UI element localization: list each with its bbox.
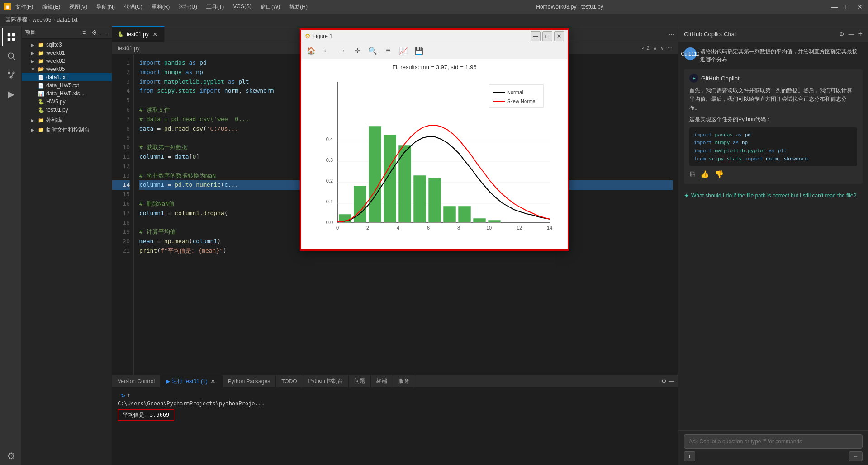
editor-options-icon[interactable]: ⋯ [668,45,673,51]
title-bar-left: ▣ 文件(F) 编辑(E) 视图(V) 导航(N) 代码(C) 重构(R) 运行… [4,2,309,12]
tree-arrow-ext: ▶ [31,118,36,123]
tree-item-hw5-py[interactable]: 🐍 HW5.py [22,98,112,106]
svg-point-4 [8,53,14,58]
minimize-button[interactable]: — [830,2,839,11]
folder-icon-temp: 📁 [38,127,44,133]
term-settings-icon[interactable]: ⚙ [661,378,667,385]
maximize-button[interactable]: □ [843,2,852,11]
svg-text:8: 8 [457,225,460,230]
thumbs-down-btn[interactable]: 👎 [714,169,725,179]
menu-help[interactable]: 帮助(H) [287,2,309,12]
term-tab-todo[interactable]: TODO [276,375,303,388]
term-tab-run[interactable]: ▶ 运行 test01 (1) ✕ [161,375,223,388]
figure-pan-btn[interactable]: ✛ [351,44,364,57]
menu-vcs[interactable]: VCS(S) [231,2,253,12]
breadcrumb-home[interactable]: 国际课程 [5,16,27,23]
term-up-icon[interactable]: ↑ [127,391,130,399]
term-tab-problems-label: 问题 [354,377,365,385]
sidebar-toolbar: 项目 ≡ ⚙ — [22,26,112,39]
bar-6 [428,178,441,222]
tree-label-week02: week02 [46,58,65,64]
figure-close-btn[interactable]: ✕ [554,31,564,41]
term-tab-close[interactable]: ✕ [209,378,217,385]
tree-item-week01[interactable]: ▶ 📁 week01 [22,49,112,57]
copilot-input-actions: + → [684,451,863,461]
term-tab-python-pkg[interactable]: Python Packages [223,375,276,388]
explorer-icon[interactable] [2,28,20,46]
settings-sidebar-icon[interactable]: ⚙ [90,28,98,37]
question-link-text: What should I do if the file path is cor… [691,193,856,199]
term-tab-services[interactable]: 服务 [393,375,415,388]
tree-item-data-hw5-txt[interactable]: 📄 data_HW5.txt [22,81,112,89]
tree-item-data1[interactable]: 📄 data1.txt [22,73,112,81]
figure-maximize-btn[interactable]: □ [542,31,552,41]
collapse-all-icon[interactable]: ≡ [80,28,88,37]
copilot-question-link[interactable]: ✦ What should I do if the file path is c… [684,192,863,199]
menu-window[interactable]: 窗口(W) [259,2,282,12]
tree-item-test01-py[interactable]: 🐍 test01.py [22,106,112,114]
figure-forward-btn[interactable]: → [336,44,348,57]
menu-edit[interactable]: 编辑(E) [40,2,62,12]
tree-item-data-hw5-xls[interactable]: 📊 data_HW5.xls... [22,89,112,98]
tab-test01[interactable]: 🐍 test01.py ✕ [112,26,165,42]
term-tab-version-control[interactable]: Version Control [112,375,161,388]
tab-more-btn[interactable]: ⋯ [665,31,678,38]
tab-close-test01[interactable]: ✕ [152,31,159,38]
settings-icon[interactable]: ⚙ [2,447,20,465]
menu-run[interactable]: 运行(U) [177,2,199,12]
tree-label-hw5-txt: data_HW5.txt [46,82,79,89]
term-tab-python-console[interactable]: Python 控制台 [303,375,349,388]
menu-tools[interactable]: 工具(T) [204,2,226,12]
menu-refactor[interactable]: 重构(R) [150,2,172,12]
menu-file[interactable]: 文件(F) [14,2,35,12]
legend-normal-label: Normal [507,89,523,95]
copilot-send-btn[interactable]: → [849,451,863,461]
term-restart-icon[interactable]: ↻ [121,391,125,399]
close-sidebar-icon[interactable]: — [100,28,108,37]
tree-item-week02[interactable]: ▶ 📁 week02 [22,57,112,65]
copilot-add-btn[interactable]: + [684,451,695,461]
chevron-up-icon[interactable]: ∧ [653,45,657,51]
figure-zoom-btn[interactable]: 🔍 [366,44,379,57]
term-close-icon[interactable]: — [669,378,674,385]
thumbs-up-btn[interactable]: 👍 [699,169,710,179]
figure-save-btn[interactable]: 💾 [413,44,425,57]
menu-code[interactable]: 代码(C) [122,2,144,12]
svg-rect-2 [7,38,10,41]
term-tab-problems[interactable]: 问题 [349,375,371,388]
error-count: ✓ 2 [641,45,650,51]
figure-edit-btn[interactable]: 📈 [397,44,410,57]
activity-bar: ▶ ⚙ [0,26,22,465]
breadcrumb-file[interactable]: data1.txt [57,17,77,23]
figure-titlebar: ⚙ Figure 1 — □ ✕ [301,30,568,42]
svg-text:0.4: 0.4 [326,136,332,142]
figure-back-btn[interactable]: ← [320,44,333,57]
chevron-down-icon[interactable]: ∨ [660,45,664,51]
menu-bar[interactable]: 文件(F) 编辑(E) 视图(V) 导航(N) 代码(C) 重构(R) 运行(U… [14,2,309,12]
breadcrumb-week[interactable]: week05 [33,17,51,23]
figure-window: ⚙ Figure 1 — □ ✕ 🏠 ← → ✛ 🔍 ≡ 📈 💾 [300,28,569,251]
menu-view[interactable]: 视图(V) [67,2,89,12]
search-icon[interactable] [2,47,20,65]
tree-item-external-libs[interactable]: ▶ 📁 外部库 [22,116,112,125]
figure-minimize-btn[interactable]: — [531,31,541,41]
tree-item-sqlite3[interactable]: ▶ 📁 sqlite3 [22,41,112,49]
copy-code-btn[interactable]: ⎘ [689,169,696,179]
figure-config-btn[interactable]: ≡ [382,44,394,57]
copilot-settings-icon[interactable]: ⚙ [839,31,844,38]
menu-nav[interactable]: 导航(N) [95,2,117,12]
tree-item-temp[interactable]: ▶ 📁 临时文件和控制台 [22,125,112,135]
copilot-response-text1: 首先，我们需要读取文件并获取第一列的数据。然后，我们可以计算平均值。最后，我们可… [689,86,857,113]
close-button[interactable]: ✕ [855,2,864,11]
tree-item-week05[interactable]: ▼ 📂 week05 [22,65,112,73]
run-debug-icon[interactable]: ▶ [2,85,20,103]
breadcrumb-sep2: › [53,17,55,23]
term-tab-terminal[interactable]: 终端 [371,375,393,388]
term-tab-console-label: Python 控制台 [308,377,343,385]
copilot-input-field[interactable] [684,434,863,449]
copilot-add-icon[interactable]: + [858,29,863,39]
git-icon[interactable] [2,66,20,84]
tree-label-temp: 临时文件和控制台 [46,126,90,134]
copilot-close-icon[interactable]: — [848,31,854,38]
figure-home-btn[interactable]: 🏠 [305,44,318,57]
